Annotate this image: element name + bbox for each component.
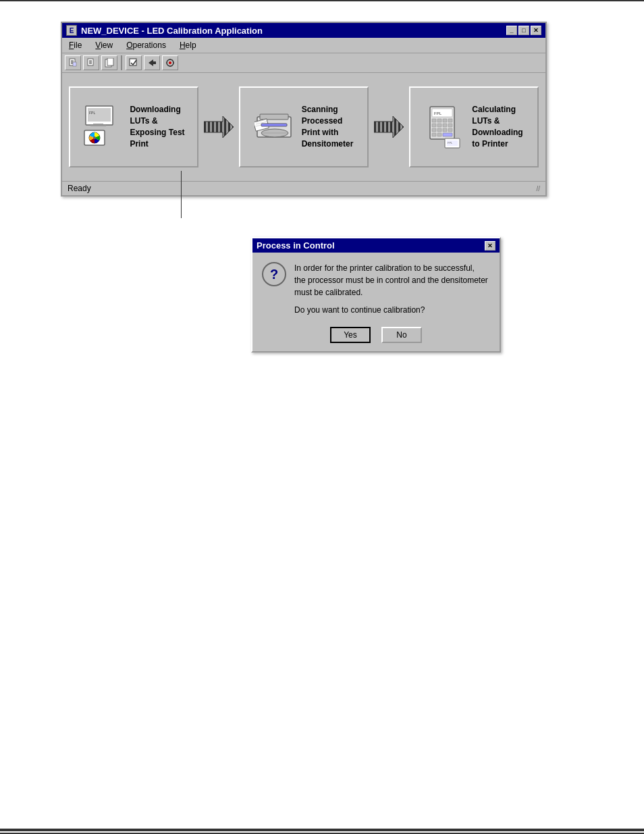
svg-rect-54: [448, 124, 452, 127]
svg-rect-10: [107, 58, 113, 66]
svg-point-16: [169, 61, 171, 64]
app-icon: E: [66, 25, 77, 36]
svg-rect-60: [437, 133, 441, 136]
toolbar-separator-1: [121, 55, 122, 70]
arrow-2: [374, 112, 404, 142]
window-controls: _ □ ✕: [506, 26, 541, 35]
svg-rect-47: [432, 119, 436, 122]
menu-help[interactable]: Help: [176, 39, 200, 51]
dialog-question-icon: ?: [262, 262, 286, 286]
svg-marker-31: [204, 116, 234, 138]
svg-rect-58: [448, 128, 452, 132]
status-bar: Ready //: [62, 181, 545, 195]
title-bar: E NEW_DEVICE - LED Calibration Applicati…: [62, 23, 545, 38]
annotation-line: [181, 171, 182, 218]
dialog-title-bar: Process in Control ✕: [252, 238, 500, 253]
svg-rect-56: [437, 128, 441, 132]
status-text: Ready: [68, 184, 91, 193]
svg-rect-53: [443, 124, 447, 127]
dialog-box: Process in Control ✕ ? In order for the …: [251, 237, 501, 353]
svg-rect-57: [443, 128, 447, 132]
dialog-message: In order for the printer calibration to …: [294, 262, 488, 298]
dialog-question-text: Do you want to continue calibration?: [294, 305, 488, 315]
dialog-content: ? In order for the printer calibration t…: [252, 253, 500, 321]
arrow-1: [204, 112, 234, 142]
app-title: NEW_DEVICE - LED Calibration Application: [81, 26, 263, 36]
svg-rect-50: [448, 119, 452, 122]
svg-rect-24: [93, 124, 103, 125]
step-2-icon: [254, 103, 295, 151]
toolbar-btn-1[interactable]: [65, 55, 81, 70]
svg-text:FPL: FPL: [448, 141, 453, 145]
resize-indicator: //: [536, 185, 540, 192]
step-1-icon: FPL: [82, 103, 123, 151]
step-2-text: Scanning Processed Print with Densitomet…: [302, 104, 354, 149]
svg-text:FPL: FPL: [434, 111, 442, 115]
svg-rect-49: [443, 119, 447, 122]
svg-rect-59: [432, 133, 436, 136]
workflow-area: FPL: [62, 73, 545, 181]
dialog-yes-button[interactable]: Yes: [330, 327, 371, 343]
step-3-icon: FPL: [425, 103, 465, 151]
step-1-text: Downloading LUTs & Exposing Test Print: [130, 104, 184, 149]
minimize-button[interactable]: _: [506, 26, 517, 35]
svg-rect-51: [432, 124, 436, 127]
svg-rect-52: [437, 124, 441, 127]
step-1-box: FPL: [69, 86, 198, 167]
toolbar-btn-4[interactable]: [126, 55, 142, 70]
svg-rect-22: [88, 108, 111, 122]
toolbar-btn-5[interactable]: [144, 55, 160, 70]
menu-view[interactable]: View: [91, 39, 117, 51]
toolbar-btn-3[interactable]: [101, 55, 117, 70]
dialog-close-button[interactable]: ✕: [485, 241, 495, 251]
toolbar-btn-2[interactable]: [83, 55, 99, 70]
svg-marker-43: [374, 116, 404, 138]
dialog-buttons: Yes No: [252, 321, 500, 351]
svg-rect-48: [437, 119, 441, 122]
maximize-button[interactable]: □: [518, 26, 529, 35]
step-3-text: Calculating LUTs & Downloading to Printe…: [472, 104, 522, 149]
menu-file[interactable]: File: [65, 39, 86, 51]
svg-rect-4: [73, 62, 76, 66]
toolbar: [62, 53, 545, 73]
menu-bar: File View Operations Help: [62, 38, 545, 53]
svg-rect-55: [432, 128, 436, 132]
app-window: E NEW_DEVICE - LED Calibration Applicati…: [61, 22, 547, 197]
step-3-box: FPL: [409, 86, 539, 167]
svg-rect-25: [90, 125, 106, 126]
svg-text:FPL: FPL: [89, 111, 95, 115]
svg-rect-61: [443, 133, 452, 136]
svg-marker-14: [149, 59, 156, 66]
dialog-no-button[interactable]: No: [381, 327, 422, 343]
toolbar-btn-6[interactable]: [162, 55, 178, 70]
dialog-container: Process in Control ✕ ? In order for the …: [27, 237, 617, 353]
dialog-title: Process in Control: [257, 240, 335, 251]
menu-operations[interactable]: Operations: [122, 39, 170, 51]
step-2-box: Scanning Processed Print with Densitomet…: [239, 86, 369, 167]
svg-point-28: [93, 136, 96, 139]
close-button[interactable]: ✕: [531, 26, 541, 35]
svg-rect-38: [261, 124, 287, 126]
svg-rect-33: [260, 114, 288, 120]
